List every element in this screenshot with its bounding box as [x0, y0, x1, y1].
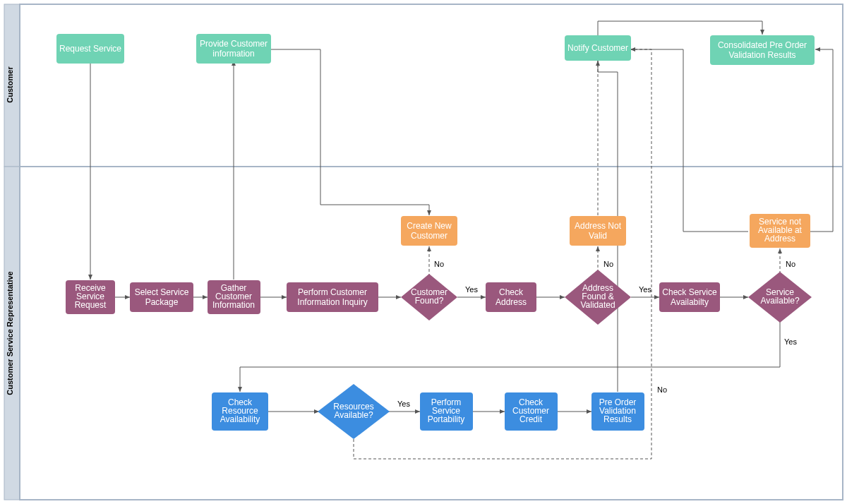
node-address-not-valid: Address Not Valid [570, 216, 626, 246]
svg-text:Customer: Customer [411, 231, 447, 241]
svg-text:Available?: Available? [334, 410, 373, 420]
node-receive-service-request: Receive Service Request [66, 280, 115, 314]
decision-service-available: Service Available? [748, 272, 812, 323]
node-notify-customer: Notify Customer [565, 35, 631, 61]
svg-text:Provide Customer: Provide Customer [200, 39, 268, 49]
node-check-address: Check Address [486, 282, 536, 312]
node-create-new-customer: Create New Customer [401, 216, 457, 246]
svg-text:Validated: Validated [580, 300, 615, 310]
svg-text:Notify Customer: Notify Customer [567, 43, 628, 53]
svg-text:Availability: Availability [220, 414, 260, 424]
svg-text:Request: Request [75, 300, 107, 310]
node-gather-customer-info: Gather Customer Information [208, 280, 260, 314]
svg-text:Found?: Found? [415, 296, 444, 306]
node-check-customer-credit: Check Customer Credit [505, 392, 558, 431]
label-serv-no: No [786, 260, 795, 268]
svg-text:Create New: Create New [407, 221, 452, 231]
conn-provide-to-createnew [265, 49, 429, 215]
label-serv-yes: Yes [784, 337, 797, 346]
label-resavail-yes: Yes [397, 400, 410, 408]
node-provide-customer-info: Provide Customer information [196, 34, 271, 64]
svg-text:Perform Customer: Perform Customer [298, 287, 367, 297]
svg-text:Address: Address [495, 297, 527, 307]
conn-servnot-to-notify-seg [630, 49, 748, 232]
svg-text:Select Service: Select Service [135, 287, 189, 297]
decision-customer-found: Customer Found? [401, 274, 457, 320]
svg-text:Check: Check [499, 287, 524, 297]
svg-text:Validation Results: Validation Results [728, 50, 795, 60]
label-found-yes: Yes [465, 285, 478, 294]
svg-text:information: information [212, 49, 254, 59]
svg-text:Available?: Available? [760, 296, 799, 306]
node-consolidated-results: Consolidated Pre Order Validation Result… [710, 35, 815, 65]
node-pre-order-validation-results: Pre Order Validation Results [591, 392, 644, 431]
lane-label-customer: Customer [6, 66, 14, 103]
lane-body-customer [20, 4, 843, 167]
svg-text:Consolidated Pre Order: Consolidated Pre Order [718, 40, 807, 50]
label-addr-no: No [603, 260, 613, 268]
lane-label-csr: Customer Service Representative [6, 271, 14, 395]
node-check-service-availability: Check Service Availabilty [659, 282, 720, 312]
svg-text:Request Service: Request Service [59, 44, 121, 54]
svg-text:Information Inquiry: Information Inquiry [297, 297, 367, 307]
node-select-service-package: Select Service Package [130, 282, 193, 312]
svg-text:Address: Address [764, 234, 795, 244]
svg-text:Results: Results [603, 414, 632, 424]
decision-resources-available: Resources Available? [318, 384, 390, 439]
svg-text:Credit: Credit [519, 414, 543, 424]
conn-serv-yes [240, 320, 780, 392]
label-resavail-no: No [657, 385, 667, 394]
svg-text:Address Not: Address Not [575, 221, 622, 231]
decision-address-found: Address Found & Validated [565, 270, 631, 325]
label-addr-yes: Yes [639, 285, 651, 294]
flowchart-canvas: Customer Customer Service Representative… [0, 0, 847, 504]
svg-text:Package: Package [145, 297, 179, 307]
svg-text:Check Service: Check Service [662, 287, 717, 297]
svg-text:Portability: Portability [428, 414, 465, 424]
node-perform-service-portability: Perform Service Portability [420, 392, 473, 431]
node-request-service: Request Service [56, 34, 124, 64]
node-check-resource-availability: Check Resource Availability [212, 392, 268, 431]
node-perform-customer-inquiry: Perform Customer Information Inquiry [287, 282, 378, 312]
label-found-no: No [434, 260, 444, 268]
svg-text:Information: Information [212, 300, 255, 310]
svg-text:Availabilty: Availabilty [671, 297, 709, 307]
node-service-not-available: Service not Available at Address [750, 214, 810, 248]
svg-text:Valid: Valid [589, 231, 607, 241]
